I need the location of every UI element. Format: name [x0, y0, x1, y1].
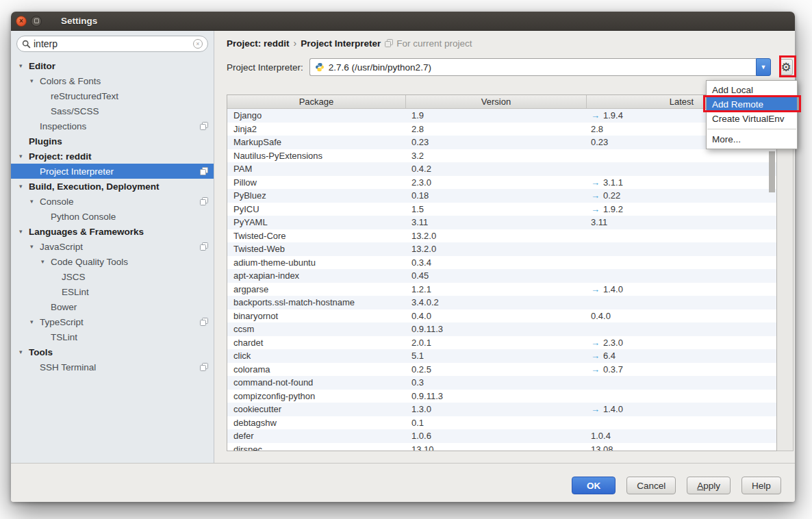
sidebar-item-plugins[interactable]: Plugins: [11, 134, 214, 149]
table-row[interactable]: PyYAML3.113.11: [227, 216, 776, 229]
expand-arrow-icon[interactable]: ▾: [19, 153, 29, 160]
table-row[interactable]: Django1.9→1.9.4: [227, 109, 776, 123]
table-row[interactable]: colorama0.2.5→0.3.7: [227, 363, 776, 377]
table-row[interactable]: argparse1.2.1→1.4.0: [227, 283, 776, 296]
expand-arrow-icon[interactable]: ▾: [41, 258, 51, 265]
table-row[interactable]: PyICU1.5→1.9.2: [227, 203, 776, 216]
sidebar-item-python-console[interactable]: Python Console: [11, 209, 214, 224]
sidebar-item-label: SSH Terminal: [40, 362, 96, 372]
sidebar-item-eslint[interactable]: ESLint: [11, 284, 214, 299]
column-header-package[interactable]: Package: [227, 95, 406, 108]
table-row[interactable]: Nautilus-PyExtensions3.2: [227, 149, 776, 163]
version-cell: 0.3: [406, 376, 587, 390]
sidebar-item-javascript[interactable]: ▾JavaScript: [11, 239, 214, 254]
sidebar-item-bower[interactable]: Bower: [11, 299, 214, 314]
sidebar-item-project-reddit[interactable]: ▾Project: reddit: [11, 149, 214, 164]
package-name-cell: chardet: [227, 336, 406, 350]
table-row[interactable]: Pillow2.3.0→3.1.1: [227, 176, 776, 190]
expand-arrow-icon[interactable]: ▾: [19, 349, 29, 355]
sidebar-item-inspections[interactable]: Inspections: [11, 118, 214, 134]
latest-version-cell: [587, 269, 776, 283]
table-row[interactable]: PAM0.4.2: [227, 162, 776, 176]
menu-item-add-local[interactable]: Add Local: [707, 83, 797, 97]
latest-version-cell: →0.3.7: [587, 363, 776, 377]
search-input[interactable]: [34, 38, 193, 49]
interpreter-value-text: 2.7.6 (/usr/bin/python2.7): [329, 62, 431, 73]
table-row[interactable]: adium-theme-ubuntu0.3.4: [227, 256, 776, 270]
version-cell: 1.0.6: [406, 429, 587, 443]
version-cell: 1.5: [406, 203, 587, 216]
expand-arrow-icon[interactable]: ▾: [30, 198, 40, 205]
version-cell: 1.2.1: [406, 283, 587, 296]
interpreter-selected-value[interactable]: 2.7.6 (/usr/bin/python2.7): [309, 58, 756, 76]
package-name-cell: apt-xapian-index: [227, 269, 406, 283]
package-name-cell: PyYAML: [227, 216, 406, 229]
sidebar-item-label: Code Quality Tools: [51, 257, 128, 267]
sidebar-item-restructuredtext[interactable]: reStructuredText: [11, 88, 214, 103]
table-row[interactable]: Twisted-Web13.2.0: [227, 242, 776, 256]
package-name-cell: PAM: [227, 162, 406, 176]
sidebar-item-sass-scss[interactable]: Sass/SCSS: [11, 103, 214, 118]
table-row[interactable]: ccsm0.9.11.3: [227, 322, 776, 336]
latest-version-cell: →3.1.1: [587, 176, 776, 190]
maximize-button[interactable]: [31, 16, 42, 27]
table-row[interactable]: chardet2.0.1→2.3.0: [227, 336, 776, 350]
ok-button[interactable]: OK: [572, 477, 616, 494]
sidebar-item-project-interpreter[interactable]: Project Interpreter: [11, 164, 214, 179]
expand-arrow-icon[interactable]: ▾: [19, 228, 29, 235]
table-row[interactable]: compizconfig-python0.9.11.3: [227, 390, 776, 403]
menu-item-more[interactable]: More...: [707, 132, 797, 147]
sidebar-item-console[interactable]: ▾Console: [11, 194, 214, 209]
package-name-cell: Twisted-Core: [227, 229, 406, 243]
sidebar-item-label: TypeScript: [40, 317, 84, 327]
package-name-cell: Jinja2: [227, 123, 406, 136]
clear-search-icon[interactable]: ×: [193, 39, 203, 49]
modified-indicator-icon: [200, 122, 208, 130]
sidebar-item-build-execution-deployment[interactable]: ▾Build, Execution, Deployment: [11, 179, 214, 194]
help-button[interactable]: Help: [741, 477, 781, 494]
vertical-scrollbar-thumb[interactable]: [769, 151, 775, 192]
expand-arrow-icon[interactable]: ▾: [30, 77, 40, 84]
table-row[interactable]: PyBluez0.18→0.22: [227, 189, 776, 203]
sidebar-item-editor[interactable]: ▾Editor: [11, 58, 214, 73]
table-row[interactable]: debtagshw0.1: [227, 416, 776, 430]
combobox-dropdown-button[interactable]: ▼: [756, 58, 771, 76]
breadcrumb-project[interactable]: Project: reddit: [227, 38, 290, 49]
version-cell: 0.4.2: [406, 162, 587, 176]
table-row[interactable]: Twisted-Core13.2.0: [227, 229, 776, 243]
expand-arrow-icon[interactable]: ▾: [30, 318, 40, 325]
table-row[interactable]: click5.1→6.4: [227, 349, 776, 363]
sidebar-item-code-quality-tools[interactable]: ▾Code Quality Tools: [11, 254, 214, 269]
expand-arrow-icon[interactable]: ▾: [30, 243, 40, 250]
sidebar-item-label: Languages & Frameworks: [29, 227, 144, 237]
table-row[interactable]: command-not-found0.3: [227, 376, 776, 390]
table-row[interactable]: Jinja22.82.8: [227, 123, 776, 136]
expand-arrow-icon[interactable]: ▾: [19, 183, 29, 190]
table-row[interactable]: cookiecutter1.3.0→1.4.0: [227, 403, 776, 416]
interpreter-settings-button[interactable]: ⚙: [779, 59, 793, 75]
sidebar-item-tslint[interactable]: TSLint: [11, 329, 214, 344]
interpreter-combobox[interactable]: 2.7.6 (/usr/bin/python2.7) ▼: [309, 58, 771, 76]
menu-item-create-virtualenv[interactable]: Create VirtualEnv: [707, 112, 797, 126]
apply-button[interactable]: Apply: [687, 477, 731, 494]
table-row[interactable]: MarkupSafe0.230.23: [227, 136, 776, 149]
sidebar-item-languages-frameworks[interactable]: ▾Languages & Frameworks: [11, 224, 214, 239]
sidebar-item-typescript[interactable]: ▾TypeScript: [11, 314, 214, 329]
table-row[interactable]: binaryornot0.4.00.4.0: [227, 309, 776, 323]
latest-version-cell: 1.0.4: [587, 429, 776, 443]
column-header-version[interactable]: Version: [406, 95, 587, 108]
sidebar-item-ssh-terminal[interactable]: SSH Terminal: [11, 359, 214, 375]
package-name-cell: MarkupSafe: [227, 136, 406, 149]
close-button[interactable]: ×: [16, 16, 27, 27]
table-row[interactable]: defer1.0.61.0.4: [227, 429, 776, 443]
table-row[interactable]: apt-xapian-index0.45: [227, 269, 776, 283]
expand-arrow-icon[interactable]: ▾: [19, 62, 29, 69]
sidebar-item-jscs[interactable]: JSCS: [11, 269, 214, 284]
sidebar-item-colors-fonts[interactable]: ▾Colors & Fonts: [11, 73, 214, 88]
cancel-button[interactable]: Cancel: [626, 477, 676, 494]
menu-item-add-remote[interactable]: Add Remote: [707, 97, 797, 112]
table-row[interactable]: backports.ssl-match-hostname3.4.0.2: [227, 296, 776, 309]
sidebar-item-tools[interactable]: ▾Tools: [11, 344, 214, 359]
table-row[interactable]: dirspec13.1013.08: [227, 443, 776, 452]
version-cell: 0.18: [406, 189, 587, 203]
